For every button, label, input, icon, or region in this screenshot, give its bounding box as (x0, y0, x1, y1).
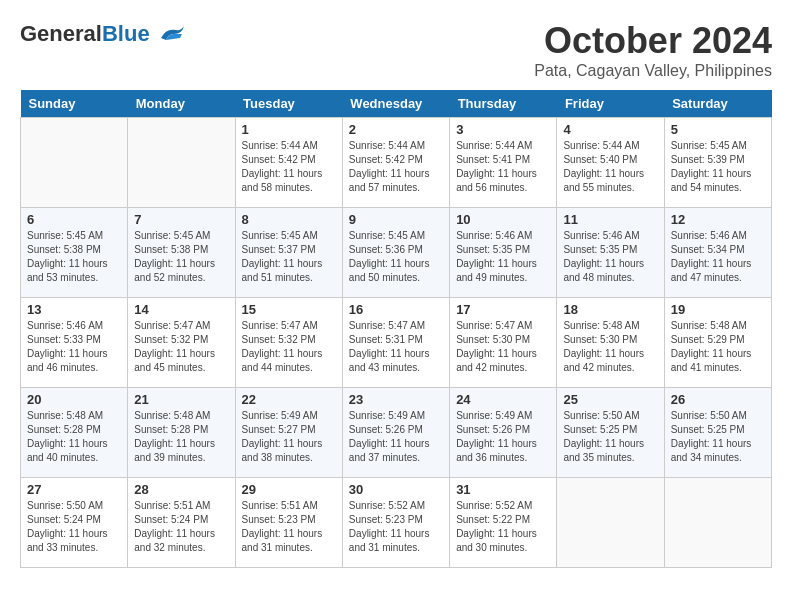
header-wednesday: Wednesday (342, 90, 449, 118)
day-number: 25 (563, 392, 657, 407)
calendar-cell: 16Sunrise: 5:47 AM Sunset: 5:31 PM Dayli… (342, 298, 449, 388)
day-number: 18 (563, 302, 657, 317)
day-number: 29 (242, 482, 336, 497)
calendar-header-row: Sunday Monday Tuesday Wednesday Thursday… (21, 90, 772, 118)
day-info: Sunrise: 5:47 AM Sunset: 5:30 PM Dayligh… (456, 319, 550, 375)
calendar-cell: 12Sunrise: 5:46 AM Sunset: 5:34 PM Dayli… (664, 208, 771, 298)
calendar-week-row: 20Sunrise: 5:48 AM Sunset: 5:28 PM Dayli… (21, 388, 772, 478)
logo-general: General (20, 21, 102, 46)
day-info: Sunrise: 5:46 AM Sunset: 5:35 PM Dayligh… (563, 229, 657, 285)
day-number: 19 (671, 302, 765, 317)
day-info: Sunrise: 5:48 AM Sunset: 5:28 PM Dayligh… (134, 409, 228, 465)
day-number: 24 (456, 392, 550, 407)
day-number: 6 (27, 212, 121, 227)
day-number: 10 (456, 212, 550, 227)
calendar-cell: 8Sunrise: 5:45 AM Sunset: 5:37 PM Daylig… (235, 208, 342, 298)
day-info: Sunrise: 5:46 AM Sunset: 5:34 PM Dayligh… (671, 229, 765, 285)
day-info: Sunrise: 5:44 AM Sunset: 5:41 PM Dayligh… (456, 139, 550, 195)
day-info: Sunrise: 5:48 AM Sunset: 5:28 PM Dayligh… (27, 409, 121, 465)
day-number: 22 (242, 392, 336, 407)
day-number: 20 (27, 392, 121, 407)
day-number: 26 (671, 392, 765, 407)
calendar-cell: 21Sunrise: 5:48 AM Sunset: 5:28 PM Dayli… (128, 388, 235, 478)
calendar-cell: 17Sunrise: 5:47 AM Sunset: 5:30 PM Dayli… (450, 298, 557, 388)
logo-bird-icon (156, 20, 186, 47)
day-number: 3 (456, 122, 550, 137)
header-saturday: Saturday (664, 90, 771, 118)
day-info: Sunrise: 5:46 AM Sunset: 5:35 PM Dayligh… (456, 229, 550, 285)
logo: GeneralBlue (20, 20, 186, 47)
day-info: Sunrise: 5:50 AM Sunset: 5:25 PM Dayligh… (671, 409, 765, 465)
day-number: 13 (27, 302, 121, 317)
calendar-cell: 30Sunrise: 5:52 AM Sunset: 5:23 PM Dayli… (342, 478, 449, 568)
day-number: 8 (242, 212, 336, 227)
day-info: Sunrise: 5:50 AM Sunset: 5:24 PM Dayligh… (27, 499, 121, 555)
location: Pata, Cagayan Valley, Philippines (534, 62, 772, 80)
calendar-cell: 26Sunrise: 5:50 AM Sunset: 5:25 PM Dayli… (664, 388, 771, 478)
day-number: 12 (671, 212, 765, 227)
calendar-cell (664, 478, 771, 568)
header-sunday: Sunday (21, 90, 128, 118)
logo-text: GeneralBlue (20, 23, 150, 45)
calendar-week-row: 6Sunrise: 5:45 AM Sunset: 5:38 PM Daylig… (21, 208, 772, 298)
day-number: 7 (134, 212, 228, 227)
calendar-cell: 31Sunrise: 5:52 AM Sunset: 5:22 PM Dayli… (450, 478, 557, 568)
calendar-cell: 11Sunrise: 5:46 AM Sunset: 5:35 PM Dayli… (557, 208, 664, 298)
day-number: 4 (563, 122, 657, 137)
calendar-cell: 19Sunrise: 5:48 AM Sunset: 5:29 PM Dayli… (664, 298, 771, 388)
day-info: Sunrise: 5:52 AM Sunset: 5:22 PM Dayligh… (456, 499, 550, 555)
day-number: 23 (349, 392, 443, 407)
calendar-cell: 29Sunrise: 5:51 AM Sunset: 5:23 PM Dayli… (235, 478, 342, 568)
calendar-cell: 1Sunrise: 5:44 AM Sunset: 5:42 PM Daylig… (235, 118, 342, 208)
day-info: Sunrise: 5:47 AM Sunset: 5:32 PM Dayligh… (242, 319, 336, 375)
day-info: Sunrise: 5:45 AM Sunset: 5:36 PM Dayligh… (349, 229, 443, 285)
calendar-cell: 15Sunrise: 5:47 AM Sunset: 5:32 PM Dayli… (235, 298, 342, 388)
day-info: Sunrise: 5:45 AM Sunset: 5:38 PM Dayligh… (134, 229, 228, 285)
day-number: 11 (563, 212, 657, 227)
day-info: Sunrise: 5:51 AM Sunset: 5:24 PM Dayligh… (134, 499, 228, 555)
day-info: Sunrise: 5:51 AM Sunset: 5:23 PM Dayligh… (242, 499, 336, 555)
calendar-cell: 27Sunrise: 5:50 AM Sunset: 5:24 PM Dayli… (21, 478, 128, 568)
day-info: Sunrise: 5:44 AM Sunset: 5:40 PM Dayligh… (563, 139, 657, 195)
day-info: Sunrise: 5:47 AM Sunset: 5:32 PM Dayligh… (134, 319, 228, 375)
day-info: Sunrise: 5:48 AM Sunset: 5:30 PM Dayligh… (563, 319, 657, 375)
calendar-cell: 20Sunrise: 5:48 AM Sunset: 5:28 PM Dayli… (21, 388, 128, 478)
calendar-cell: 18Sunrise: 5:48 AM Sunset: 5:30 PM Dayli… (557, 298, 664, 388)
header-tuesday: Tuesday (235, 90, 342, 118)
calendar-week-row: 1Sunrise: 5:44 AM Sunset: 5:42 PM Daylig… (21, 118, 772, 208)
title-block: October 2024 Pata, Cagayan Valley, Phili… (534, 20, 772, 80)
calendar-week-row: 27Sunrise: 5:50 AM Sunset: 5:24 PM Dayli… (21, 478, 772, 568)
month-title: October 2024 (534, 20, 772, 62)
day-info: Sunrise: 5:47 AM Sunset: 5:31 PM Dayligh… (349, 319, 443, 375)
calendar-cell: 10Sunrise: 5:46 AM Sunset: 5:35 PM Dayli… (450, 208, 557, 298)
calendar-cell: 13Sunrise: 5:46 AM Sunset: 5:33 PM Dayli… (21, 298, 128, 388)
page-header: GeneralBlue October 2024 Pata, Cagayan V… (20, 20, 772, 80)
day-number: 30 (349, 482, 443, 497)
day-number: 5 (671, 122, 765, 137)
calendar-table: Sunday Monday Tuesday Wednesday Thursday… (20, 90, 772, 568)
calendar-cell: 4Sunrise: 5:44 AM Sunset: 5:40 PM Daylig… (557, 118, 664, 208)
day-info: Sunrise: 5:52 AM Sunset: 5:23 PM Dayligh… (349, 499, 443, 555)
calendar-cell: 22Sunrise: 5:49 AM Sunset: 5:27 PM Dayli… (235, 388, 342, 478)
header-friday: Friday (557, 90, 664, 118)
calendar-cell: 9Sunrise: 5:45 AM Sunset: 5:36 PM Daylig… (342, 208, 449, 298)
day-number: 31 (456, 482, 550, 497)
day-info: Sunrise: 5:50 AM Sunset: 5:25 PM Dayligh… (563, 409, 657, 465)
day-info: Sunrise: 5:45 AM Sunset: 5:39 PM Dayligh… (671, 139, 765, 195)
day-info: Sunrise: 5:44 AM Sunset: 5:42 PM Dayligh… (242, 139, 336, 195)
day-info: Sunrise: 5:46 AM Sunset: 5:33 PM Dayligh… (27, 319, 121, 375)
calendar-cell (128, 118, 235, 208)
day-info: Sunrise: 5:49 AM Sunset: 5:26 PM Dayligh… (456, 409, 550, 465)
day-number: 27 (27, 482, 121, 497)
calendar-cell: 14Sunrise: 5:47 AM Sunset: 5:32 PM Dayli… (128, 298, 235, 388)
calendar-cell: 5Sunrise: 5:45 AM Sunset: 5:39 PM Daylig… (664, 118, 771, 208)
day-number: 28 (134, 482, 228, 497)
header-monday: Monday (128, 90, 235, 118)
day-number: 1 (242, 122, 336, 137)
calendar-cell: 7Sunrise: 5:45 AM Sunset: 5:38 PM Daylig… (128, 208, 235, 298)
day-info: Sunrise: 5:44 AM Sunset: 5:42 PM Dayligh… (349, 139, 443, 195)
day-number: 21 (134, 392, 228, 407)
header-thursday: Thursday (450, 90, 557, 118)
calendar-cell (21, 118, 128, 208)
day-number: 15 (242, 302, 336, 317)
